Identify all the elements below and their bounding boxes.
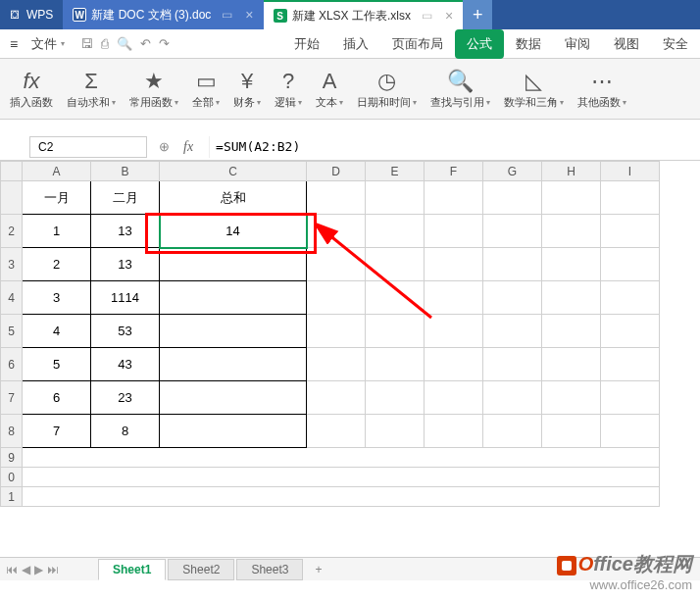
tab-formula[interactable]: 公式: [455, 29, 504, 59]
logical-button[interactable]: ? 逻辑▾: [269, 64, 308, 114]
restore-icon[interactable]: ▭: [222, 8, 232, 22]
tab-view[interactable]: 视图: [602, 29, 651, 59]
cell[interactable]: [160, 348, 307, 381]
cell[interactable]: [160, 315, 307, 348]
cell[interactable]: 6: [23, 381, 91, 415]
redo-icon[interactable]: ↷: [159, 36, 170, 51]
math-button[interactable]: ◺ 数学和三角▾: [498, 64, 570, 114]
col-header[interactable]: I: [601, 162, 660, 181]
all-functions-button[interactable]: ▭ 全部▾: [186, 64, 225, 114]
row-header[interactable]: 6: [1, 348, 23, 381]
row-header[interactable]: 9: [1, 448, 23, 468]
cell[interactable]: [307, 248, 366, 281]
cell[interactable]: [542, 415, 601, 448]
preview-icon[interactable]: 🔍: [117, 36, 132, 51]
cell[interactable]: [307, 348, 366, 381]
col-header[interactable]: D: [307, 162, 366, 181]
cell[interactable]: [601, 281, 660, 315]
close-icon[interactable]: ×: [245, 7, 253, 23]
cell-selected[interactable]: 14: [160, 215, 307, 248]
save-icon[interactable]: 🖫: [80, 36, 93, 51]
cell[interactable]: 53: [91, 315, 160, 348]
undo-icon[interactable]: ↶: [140, 36, 151, 51]
cell[interactable]: [425, 381, 483, 415]
cell[interactable]: [366, 181, 425, 215]
cell[interactable]: [307, 381, 366, 415]
cell[interactable]: [160, 248, 307, 281]
financial-button[interactable]: ¥ 财务▾: [227, 64, 267, 114]
cell[interactable]: [483, 348, 542, 381]
row-header[interactable]: 1: [1, 487, 23, 507]
tab-insert[interactable]: 插入: [331, 29, 380, 59]
cell[interactable]: [425, 181, 483, 215]
row-header[interactable]: [1, 181, 23, 215]
prev-sheet-icon[interactable]: ◀: [22, 563, 30, 576]
col-header[interactable]: B: [91, 162, 160, 181]
cell[interactable]: [307, 215, 366, 248]
cell[interactable]: [542, 315, 601, 348]
cell[interactable]: [23, 468, 660, 487]
cell[interactable]: [601, 181, 660, 215]
cell[interactable]: [425, 315, 483, 348]
cell[interactable]: [366, 315, 425, 348]
cell[interactable]: [601, 415, 660, 448]
cell[interactable]: [160, 415, 307, 448]
autosum-button[interactable]: Σ 自动求和▾: [61, 64, 122, 114]
row-header[interactable]: 8: [1, 415, 23, 448]
cell[interactable]: [425, 281, 483, 315]
row-header[interactable]: 3: [1, 248, 23, 281]
fx-label-icon[interactable]: fx: [179, 139, 197, 155]
row-header[interactable]: 7: [1, 381, 23, 415]
cell[interactable]: [601, 381, 660, 415]
row-header[interactable]: 0: [1, 468, 23, 487]
cell[interactable]: [542, 181, 601, 215]
col-header[interactable]: F: [425, 162, 483, 181]
file-menu[interactable]: 文件▾: [24, 35, 73, 53]
cell[interactable]: 4: [23, 315, 91, 348]
cell[interactable]: [483, 248, 542, 281]
col-header[interactable]: C: [160, 162, 307, 181]
cell[interactable]: [483, 415, 542, 448]
hamburger-icon[interactable]: ≡: [4, 36, 24, 52]
cell[interactable]: 43: [91, 348, 160, 381]
formula-input[interactable]: =SUM(A2:B2): [209, 136, 700, 158]
cell[interactable]: [160, 281, 307, 315]
cell[interactable]: [307, 415, 366, 448]
cell[interactable]: 2: [23, 248, 91, 281]
row-header[interactable]: 4: [1, 281, 23, 315]
cell[interactable]: [483, 381, 542, 415]
cell[interactable]: 7: [23, 415, 91, 448]
other-functions-button[interactable]: ⋯ 其他函数▾: [572, 64, 632, 114]
cell[interactable]: [366, 215, 425, 248]
sheet-tab-1[interactable]: Sheet1: [98, 559, 166, 580]
cell[interactable]: [601, 248, 660, 281]
cell[interactable]: [366, 348, 425, 381]
add-sheet-button[interactable]: +: [305, 560, 331, 579]
sheet-tab-3[interactable]: Sheet3: [236, 559, 303, 580]
cell[interactable]: [483, 181, 542, 215]
sheet-tab-2[interactable]: Sheet2: [168, 559, 234, 580]
cell[interactable]: [601, 315, 660, 348]
cell[interactable]: [425, 215, 483, 248]
cell[interactable]: [160, 381, 307, 415]
cell[interactable]: [307, 281, 366, 315]
cell[interactable]: 二月: [91, 181, 160, 215]
tab-wps[interactable]: ⛋ WPS: [0, 0, 63, 29]
tab-start[interactable]: 开始: [282, 29, 331, 59]
datetime-button[interactable]: ◷ 日期和时间▾: [351, 64, 423, 114]
cell[interactable]: [542, 381, 601, 415]
cell[interactable]: [366, 415, 425, 448]
tab-doc[interactable]: W 新建 DOC 文档 (3).doc ▭ ×: [63, 0, 263, 29]
tab-review[interactable]: 审阅: [553, 29, 602, 59]
row-header[interactable]: 5: [1, 315, 23, 348]
next-sheet-icon[interactable]: ▶: [34, 563, 43, 576]
insert-function-button[interactable]: fx 插入函数: [4, 64, 59, 114]
cell[interactable]: [483, 215, 542, 248]
cell[interactable]: [542, 215, 601, 248]
common-functions-button[interactable]: ★ 常用函数▾: [124, 64, 184, 114]
last-sheet-icon[interactable]: ⏭: [47, 563, 59, 576]
cell[interactable]: [366, 281, 425, 315]
cell[interactable]: 1114: [91, 281, 160, 315]
cell[interactable]: [542, 248, 601, 281]
new-tab-button[interactable]: +: [463, 0, 492, 29]
